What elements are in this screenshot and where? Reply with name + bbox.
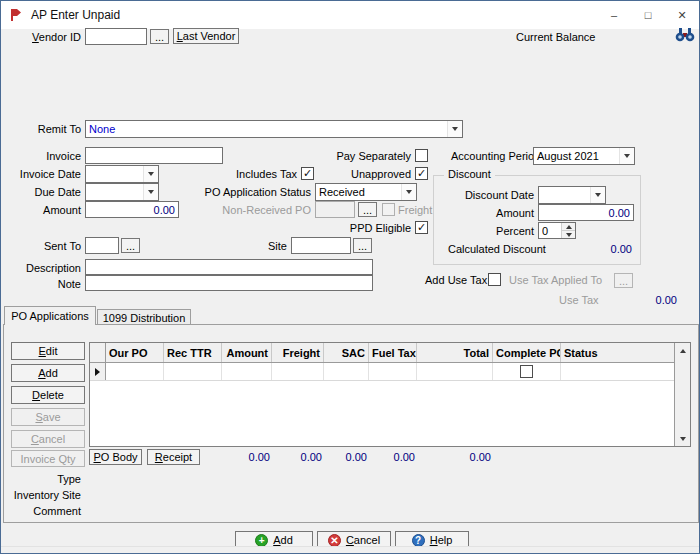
scroll-down-icon[interactable] [675,431,690,446]
percent-up-icon[interactable] [562,223,575,230]
po-application-status-select[interactable]: Received [315,183,417,201]
invoice-qty-button: Invoice Qty [11,450,85,467]
chevron-down-icon [143,184,158,200]
comment-label: Comment [11,505,81,518]
add-use-tax-checkbox[interactable] [488,273,501,286]
grid-vertical-scrollbar[interactable] [674,343,690,446]
add-button-label: Add [273,534,293,546]
freight-label: Freight [398,204,432,217]
grid-header-complete-po: Complete PO [493,343,561,362]
percent-down-icon[interactable] [562,230,575,238]
discount-percent-input[interactable] [539,223,561,238]
minimize-button[interactable]: – [597,1,631,29]
sent-to-browse-button[interactable]: ... [121,238,140,253]
po-application-status-label: PO Application Status [199,186,311,199]
site-label: Site [245,240,287,253]
non-received-po-browse-button[interactable]: ... [358,202,377,217]
binoculars-icon[interactable] [675,26,695,42]
invoice-date-value [86,166,143,182]
invoice-label: Invoice [11,150,81,163]
discount-date-select[interactable] [538,186,606,204]
accounting-period-select[interactable]: August 2021 [533,147,635,165]
amount-label: Amount [11,204,81,217]
remit-to-select[interactable]: None [85,120,463,138]
help-button-label: Help [430,534,453,546]
inventory-site-label: Inventory Site [11,489,81,502]
cancel-icon: ✕ [328,534,341,547]
invoice-date-select[interactable] [85,165,159,183]
site-browse-button[interactable]: ... [353,238,372,253]
add-row-button[interactable]: Add [11,364,85,382]
calculated-discount-value: 0.00 [574,243,632,256]
non-received-po-label: Non-Received PO [199,204,311,217]
tab-po-applications[interactable]: PO Applications [4,306,96,325]
scroll-up-icon[interactable] [675,343,690,358]
save-button: Save [11,408,85,426]
discount-date-label: Discount Date [440,189,534,202]
vendor-id-input[interactable] [85,28,147,45]
non-received-po-input [315,201,355,218]
discount-amount-input[interactable] [538,204,634,221]
vendor-browse-button[interactable]: ... [150,29,169,44]
chevron-down-icon [619,148,634,164]
receipt-button[interactable]: Receipt [147,449,200,465]
add-icon: + [255,534,268,547]
sent-to-input[interactable] [85,237,119,254]
use-tax-applied-to-label: Use Tax Applied To [509,274,602,287]
ppd-eligible-checkbox[interactable] [415,221,428,234]
discount-percent-label: Percent [440,225,534,238]
type-label: Type [11,473,81,486]
add-use-tax-label: Add Use Tax [425,274,487,287]
chevron-down-icon [401,184,416,200]
cancel-row-button: Cancel [11,430,85,448]
table-row[interactable] [90,363,690,381]
edit-button[interactable]: Edit [11,342,85,360]
complete-po-checkbox[interactable] [520,365,533,378]
discount-amount-label: Amount [440,207,534,220]
vendor-id-label: Vendor ID [11,31,81,44]
pay-separately-checkbox[interactable] [415,149,428,162]
sent-to-label: Sent To [11,240,81,253]
window-bottom-frame [1,546,699,553]
grid-header-fuel-tax: Fuel Tax [369,343,417,362]
po-body-button[interactable]: PO Body [89,449,142,465]
unapproved-label: Unapproved [339,168,411,181]
accounting-period-value: August 2021 [534,148,619,164]
chevron-down-icon [590,187,605,203]
discount-percent-stepper[interactable] [538,222,576,239]
due-date-label: Due Date [11,186,81,199]
last-vendor-button[interactable]: Last Vendor [173,28,239,44]
title-bar: AP Enter Unpaid – □ ✕ [1,1,699,29]
note-input[interactable] [85,275,373,291]
chevron-down-icon [447,121,462,137]
grid-header-row: Our PO Rec TTR Amount Freight SAC Fuel T… [90,343,690,363]
help-icon: ? [412,534,425,547]
delete-button[interactable]: Delete [11,386,85,404]
grid-header-rec-ttr: Rec TTR [164,343,222,362]
unapproved-checkbox[interactable] [415,167,428,180]
grid-header-freight: Freight [272,343,324,362]
tab-1099-distribution[interactable]: 1099 Distribution [97,309,191,325]
invoice-input[interactable] [85,147,223,164]
discount-group: Discount Discount Date Amount Percent Ca… [433,175,641,265]
po-application-status-value: Received [316,184,401,200]
amount-input[interactable] [85,201,179,218]
ap-enter-unpaid-window: AP Enter Unpaid – □ ✕ Vendor ID ... Last… [0,0,700,554]
grid-header-status: Status [561,343,674,362]
close-button[interactable]: ✕ [665,1,699,29]
use-tax-value: 0.00 [629,294,677,307]
po-grid[interactable]: Our PO Rec TTR Amount Freight SAC Fuel T… [89,342,691,447]
freight-checkbox [382,203,395,216]
includes-tax-label: Includes Tax [229,168,297,181]
site-input[interactable] [291,237,351,254]
ppd-eligible-label: PPD Eligible [329,222,411,235]
remit-to-value: None [86,121,447,137]
current-row-marker[interactable] [90,363,106,380]
window-title: AP Enter Unpaid [31,8,120,22]
description-input[interactable] [85,259,373,275]
includes-tax-checkbox[interactable] [301,167,314,180]
maximize-button[interactable]: □ [631,1,665,29]
due-date-select[interactable] [85,183,159,201]
current-balance-label: Current Balance [516,31,596,44]
note-label: Note [11,278,81,291]
